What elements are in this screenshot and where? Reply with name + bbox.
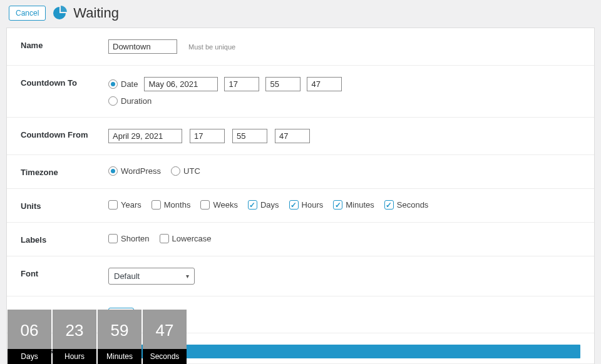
chevron-down-icon: ▾ — [186, 273, 189, 280]
radio-icon — [108, 166, 118, 176]
radio-icon — [108, 79, 118, 89]
row-timezone: Timezone WordPress UTC — [7, 155, 594, 189]
row-units: Units Years Months Weeks Days Hours Minu… — [7, 189, 594, 223]
checkbox-icon — [152, 200, 161, 210]
unit-minutes-label: Minutes — [98, 349, 141, 364]
row-countdown-from: Countdown From — [7, 118, 594, 155]
countdown-preview: 06 Days 23 Hours 59 Minutes 47 Seconds — [8, 310, 187, 364]
unit-seconds: 47 Seconds — [143, 310, 187, 364]
check-minutes-label: Minutes — [346, 200, 374, 210]
check-weeks-label: Weeks — [213, 200, 238, 210]
row-countdown-to: Countdown To Date Duration — [7, 66, 594, 118]
font-select-value: Default — [114, 271, 140, 281]
cancel-button[interactable]: Cancel — [9, 6, 46, 21]
unit-days-value: 06 — [8, 310, 51, 349]
checkbox-icon — [108, 234, 118, 243]
radio-wordpress-label: WordPress — [121, 166, 161, 176]
checkbox-icon — [289, 200, 299, 210]
check-hours[interactable]: Hours — [289, 200, 324, 210]
countdown-to-mm-input[interactable] — [265, 77, 300, 91]
check-weeks[interactable]: Weeks — [200, 200, 238, 210]
radio-utc-label: UTC — [183, 166, 200, 176]
unit-hours: 23 Hours — [53, 310, 96, 364]
name-input[interactable] — [108, 39, 177, 54]
radio-icon — [108, 96, 118, 106]
label-countdown-from: Countdown From — [21, 129, 108, 139]
row-font: Font Default ▾ — [7, 256, 594, 296]
countdown-to-hh-input[interactable] — [224, 77, 259, 91]
unit-seconds-value: 47 — [143, 310, 187, 349]
check-lowercase[interactable]: Lowercase — [160, 234, 212, 243]
label-countdown-to: Countdown To — [21, 77, 108, 88]
row-labels: Labels Shorten Lowercase — [7, 223, 594, 256]
checkbox-icon — [248, 200, 257, 210]
radio-date[interactable]: Date — [108, 79, 138, 89]
name-hint: Must be unique — [188, 43, 235, 51]
unit-days: 06 Days — [8, 310, 51, 364]
check-shorten-label: Shorten — [121, 234, 150, 243]
check-shorten[interactable]: Shorten — [108, 234, 150, 243]
check-years[interactable]: Years — [108, 200, 141, 210]
check-seconds[interactable]: Seconds — [384, 200, 429, 210]
check-hours-label: Hours — [302, 200, 324, 210]
countdown-to-ss-input[interactable] — [307, 77, 342, 91]
radio-duration-label: Duration — [121, 96, 152, 106]
radio-utc[interactable]: UTC — [171, 166, 200, 176]
checkbox-icon — [160, 234, 169, 243]
row-name: Name Must be unique — [7, 28, 594, 66]
unit-minutes-value: 59 — [98, 310, 141, 349]
page-header: Cancel Waiting — [0, 0, 601, 28]
check-days-label: Days — [260, 200, 279, 210]
radio-icon — [171, 166, 180, 176]
checkbox-icon — [200, 200, 210, 210]
unit-minutes: 59 Minutes — [98, 310, 141, 364]
label-units: Units — [21, 200, 108, 211]
countdown-from-ss-input[interactable] — [275, 129, 310, 143]
check-years-label: Years — [121, 200, 141, 210]
check-days[interactable]: Days — [248, 200, 279, 210]
label-labels: Labels — [21, 234, 108, 245]
page-title: Waiting — [73, 5, 119, 21]
checkbox-icon — [108, 200, 118, 210]
label-name: Name — [21, 39, 108, 50]
label-font: Font — [21, 268, 108, 278]
font-select[interactable]: Default ▾ — [108, 268, 195, 285]
label-timezone: Timezone — [21, 166, 108, 177]
check-minutes[interactable]: Minutes — [333, 200, 374, 210]
unit-days-label: Days — [8, 349, 51, 364]
radio-duration[interactable]: Duration — [108, 96, 152, 106]
check-lowercase-label: Lowercase — [172, 234, 212, 243]
check-months-label: Months — [164, 200, 191, 210]
checkbox-icon — [384, 200, 394, 210]
app-logo-icon — [52, 6, 67, 21]
check-months[interactable]: Months — [152, 200, 191, 210]
unit-seconds-label: Seconds — [143, 349, 187, 364]
countdown-to-date-input[interactable] — [144, 77, 218, 91]
unit-hours-value: 23 — [53, 310, 96, 349]
countdown-from-mm-input[interactable] — [232, 129, 267, 143]
countdown-from-hh-input[interactable] — [190, 129, 225, 143]
radio-date-label: Date — [121, 79, 138, 89]
check-seconds-label: Seconds — [397, 200, 429, 210]
checkbox-icon — [333, 200, 342, 210]
unit-hours-label: Hours — [53, 349, 96, 364]
radio-wordpress[interactable]: WordPress — [108, 166, 161, 176]
countdown-from-date-input[interactable] — [108, 129, 182, 143]
